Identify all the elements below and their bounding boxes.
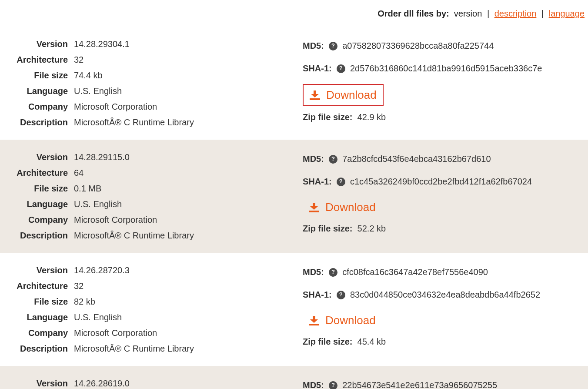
kv-row: LanguageU.S. English bbox=[3, 309, 294, 325]
sha1-line: SHA-1: ? 83c0d044850ce034632e4ea8deabdb6… bbox=[303, 288, 585, 302]
kv-label: Description bbox=[3, 341, 74, 356]
kv-label: Language bbox=[3, 196, 74, 212]
md5-value: 22b54673e541e2e611e73a9656075255 bbox=[342, 380, 497, 389]
md5-label: MD5: bbox=[303, 41, 324, 50]
kv-value: 14.26.28619.0 bbox=[74, 376, 130, 389]
help-icon[interactable]: ? bbox=[329, 381, 337, 389]
file-entry: Version14.28.29115.0Architecture64File s… bbox=[0, 140, 588, 253]
zip-label: Zip file size: bbox=[303, 224, 352, 233]
sort-option-language[interactable]: language bbox=[549, 9, 585, 18]
md5-value: cfc08fca16c3647a42e78ef7556e4090 bbox=[342, 267, 488, 277]
download-button[interactable]: Download bbox=[303, 84, 384, 106]
sort-option-description[interactable]: description bbox=[494, 9, 537, 18]
file-entry: Version14.26.28619.0Architecture32MD5: ?… bbox=[0, 366, 588, 389]
download-label: Download bbox=[325, 314, 376, 327]
md5-line: MD5: ? cfc08fca16c3647a42e78ef7556e4090 bbox=[303, 265, 585, 279]
kv-value: Microsoft Corporation bbox=[74, 325, 157, 341]
help-icon[interactable]: ? bbox=[329, 42, 337, 50]
sha1-label: SHA-1: bbox=[303, 64, 332, 73]
zip-value: 45.4 kb bbox=[357, 337, 386, 346]
download-button[interactable]: Download bbox=[303, 310, 382, 331]
kv-value: U.S. English bbox=[74, 196, 122, 212]
kv-row: CompanyMicrosoft Corporation bbox=[3, 212, 294, 228]
kv-value: 0.1 MB bbox=[74, 181, 101, 196]
kv-label: Description bbox=[3, 228, 74, 243]
sha1-value: c1c45a326249bf0ccd2be2fbd412f1a62fb67024 bbox=[350, 177, 532, 186]
sha1-label: SHA-1: bbox=[303, 177, 332, 186]
kv-value: 14.26.28720.3 bbox=[74, 262, 130, 278]
kv-row: LanguageU.S. English bbox=[3, 196, 294, 212]
zip-line: Zip file size: 45.4 kb bbox=[303, 337, 585, 347]
kv-row: File size0.1 MB bbox=[3, 181, 294, 196]
md5-line: MD5: ? 7a2b8cfcd543f6e4ebca43162b67d610 bbox=[303, 152, 585, 166]
kv-row: CompanyMicrosoft Corporation bbox=[3, 325, 294, 341]
download-button[interactable]: Download bbox=[303, 197, 382, 218]
kv-label: Version bbox=[3, 149, 74, 165]
download-icon bbox=[309, 203, 319, 212]
download-label: Download bbox=[326, 88, 377, 102]
kv-label: Language bbox=[3, 309, 74, 325]
entry-right: MD5: ? 7a2b8cfcd543f6e4ebca43162b67d610S… bbox=[294, 149, 585, 243]
kv-row: Version14.26.28619.0 bbox=[3, 376, 294, 389]
kv-label: File size bbox=[3, 67, 74, 83]
zip-label: Zip file size: bbox=[303, 337, 352, 346]
sort-label: Order dll files by: bbox=[378, 9, 449, 18]
kv-row: Architecture32 bbox=[3, 278, 294, 294]
kv-row: Version14.28.29115.0 bbox=[3, 149, 294, 165]
kv-row: File size82 kb bbox=[3, 294, 294, 309]
entry-left: Version14.26.28619.0Architecture32 bbox=[3, 376, 294, 389]
kv-row: Version14.26.28720.3 bbox=[3, 262, 294, 278]
help-icon[interactable]: ? bbox=[329, 268, 337, 277]
zip-value: 52.2 kb bbox=[357, 224, 386, 233]
sha1-value: 2d576b316860c141d81ba9916d5915aceb336c7e bbox=[350, 64, 542, 73]
download-label: Download bbox=[325, 201, 376, 214]
sha1-line: SHA-1: ? c1c45a326249bf0ccd2be2fbd412f1a… bbox=[303, 174, 585, 188]
download-wrap: Download bbox=[303, 84, 585, 106]
sha1-label: SHA-1: bbox=[303, 290, 332, 299]
kv-label: Architecture bbox=[3, 165, 74, 181]
kv-label: Company bbox=[3, 325, 74, 341]
kv-row: Architecture64 bbox=[3, 165, 294, 181]
kv-value: U.S. English bbox=[74, 309, 122, 325]
kv-row: DescriptionMicrosoftÂ® C Runtime Library bbox=[3, 341, 294, 356]
kv-label: Company bbox=[3, 212, 74, 228]
file-entry: Version14.28.29304.1Architecture32File s… bbox=[0, 27, 588, 140]
kv-value: MicrosoftÂ® C Runtime Library bbox=[74, 228, 194, 243]
md5-label: MD5: bbox=[303, 267, 324, 277]
download-icon bbox=[310, 91, 320, 100]
kv-row: DescriptionMicrosoftÂ® C Runtime Library bbox=[3, 228, 294, 243]
kv-value: 82 kb bbox=[74, 294, 95, 309]
zip-line: Zip file size: 52.2 kb bbox=[303, 224, 585, 234]
kv-label: Description bbox=[3, 114, 74, 130]
kv-row: CompanyMicrosoft Corporation bbox=[3, 99, 294, 114]
md5-line: MD5: ? a075828073369628bcca8a80fa225744 bbox=[303, 39, 585, 53]
help-icon[interactable]: ? bbox=[337, 291, 345, 299]
kv-label: Company bbox=[3, 99, 74, 114]
entry-right: MD5: ? 22b54673e541e2e611e73a9656075255S… bbox=[294, 376, 585, 389]
kv-row: File size74.4 kb bbox=[3, 67, 294, 83]
entry-left: Version14.28.29115.0Architecture64File s… bbox=[3, 149, 294, 243]
help-icon[interactable]: ? bbox=[337, 178, 345, 186]
kv-row: Architecture32 bbox=[3, 52, 294, 67]
kv-label: Language bbox=[3, 83, 74, 99]
entry-left: Version14.26.28720.3Architecture32File s… bbox=[3, 262, 294, 356]
sort-option-version[interactable]: version bbox=[454, 9, 482, 18]
kv-value: Microsoft Corporation bbox=[74, 212, 157, 228]
kv-label: Version bbox=[3, 262, 74, 278]
md5-line: MD5: ? 22b54673e541e2e611e73a9656075255 bbox=[303, 378, 585, 389]
kv-value: 64 bbox=[74, 165, 84, 181]
help-icon[interactable]: ? bbox=[329, 155, 337, 164]
zip-line: Zip file size: 42.9 kb bbox=[303, 112, 585, 122]
kv-label: File size bbox=[3, 294, 74, 309]
kv-row: LanguageU.S. English bbox=[3, 83, 294, 99]
download-wrap: Download bbox=[303, 197, 585, 218]
md5-label: MD5: bbox=[303, 380, 324, 389]
file-entry: Version14.26.28720.3Architecture32File s… bbox=[0, 253, 588, 366]
kv-label: Version bbox=[3, 376, 74, 389]
kv-label: Architecture bbox=[3, 52, 74, 67]
kv-value: 74.4 kb bbox=[74, 67, 103, 83]
entry-left: Version14.28.29304.1Architecture32File s… bbox=[3, 36, 294, 130]
entry-right: MD5: ? a075828073369628bcca8a80fa225744S… bbox=[294, 36, 585, 130]
help-icon[interactable]: ? bbox=[337, 64, 345, 73]
kv-label: File size bbox=[3, 181, 74, 196]
